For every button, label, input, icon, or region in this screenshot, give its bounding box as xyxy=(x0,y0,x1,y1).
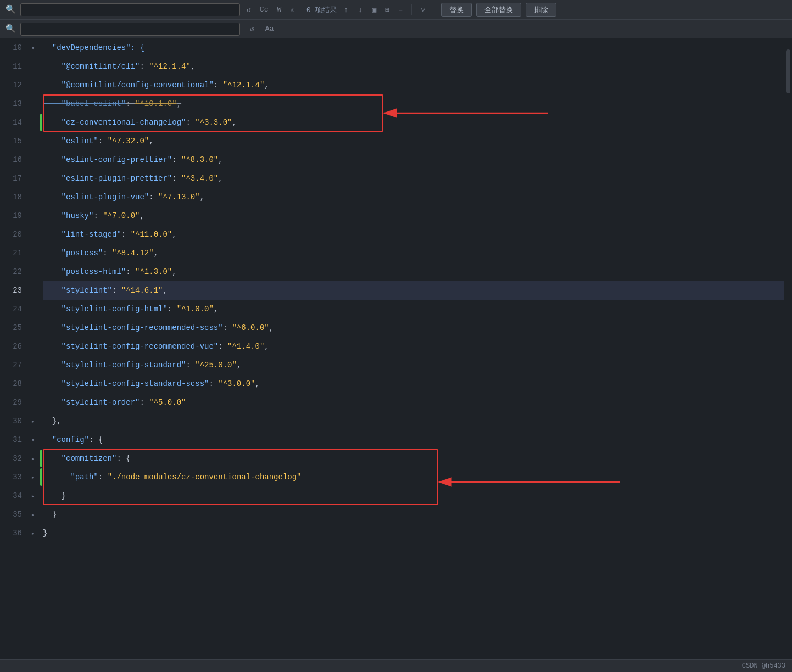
gutter-cell[interactable]: ▾ xyxy=(26,430,40,449)
gutter-cell[interactable] xyxy=(26,244,40,262)
line-number: 14 xyxy=(4,113,22,132)
replace-all-button[interactable]: 全部替换 xyxy=(476,3,521,17)
gutter-cell[interactable] xyxy=(26,225,40,244)
gutter-cell[interactable] xyxy=(26,94,40,113)
gutter-cell[interactable] xyxy=(26,300,40,318)
gutter-cell[interactable] xyxy=(26,150,40,169)
code-token: "^12.1.4" xyxy=(223,76,265,94)
gutter-cell[interactable] xyxy=(26,113,40,132)
code-token: "^7.13.0" xyxy=(158,188,200,206)
gutter-cell[interactable] xyxy=(26,393,40,412)
code-token: "^25.0.0" xyxy=(195,356,237,374)
case2-icon[interactable]: Aa xyxy=(262,24,277,34)
view-icon1[interactable]: ▣ xyxy=(370,4,379,15)
code-token: "@commitlint/config-conventional" xyxy=(43,76,214,94)
code-token: , xyxy=(218,150,222,169)
undo-icon[interactable]: ↺ xyxy=(244,4,253,15)
exclude-button[interactable]: 排除 xyxy=(526,3,556,17)
code-token: "^1.4.0" xyxy=(227,337,264,356)
code-token: "stylelint-config-standard-scss" xyxy=(43,374,209,393)
list-icon[interactable]: ≡ xyxy=(396,4,405,15)
case-sensitive-icon[interactable]: Cc xyxy=(258,4,271,15)
word-icon[interactable]: W xyxy=(275,4,283,15)
code-token: "stylelint-config-html" xyxy=(43,300,168,318)
line-number: 19 xyxy=(4,206,22,225)
code-token: : xyxy=(140,57,149,76)
gutter-cell[interactable] xyxy=(26,206,40,225)
gutter-cell[interactable] xyxy=(26,281,40,300)
gutter-cell[interactable] xyxy=(26,318,40,337)
line-number: 22 xyxy=(4,262,22,281)
line-number: 18 xyxy=(4,188,22,206)
line-number: 36 xyxy=(4,524,22,542)
gutter-cell[interactable]: ▸ xyxy=(26,524,40,542)
gutter-cell[interactable] xyxy=(26,188,40,206)
table-row: "cz-conventional-changelog": "^3.3.0", xyxy=(43,113,784,132)
code-token: "commitizen" xyxy=(43,449,116,468)
line-number: 12 xyxy=(4,76,22,94)
code-token: "^6.0.0" xyxy=(232,318,269,337)
code-token: "eslint-config-prettier" xyxy=(43,150,172,169)
nav-down-icon[interactable]: ↓ xyxy=(355,4,365,15)
gutter-cell[interactable]: ▸ xyxy=(26,449,40,468)
filter-icon[interactable]: ▽ xyxy=(419,4,427,15)
code-token: , xyxy=(191,57,195,76)
bottom-bar: CSDN @h5433 xyxy=(0,659,792,672)
code-token: "^11.0.0" xyxy=(131,225,172,244)
code-token: "^10.1.0" xyxy=(135,94,177,113)
code-token: "^3.3.0" xyxy=(195,113,232,132)
table-row: "eslint-plugin-vue": "^7.13.0", xyxy=(43,188,784,206)
gutter-cell[interactable] xyxy=(26,356,40,374)
search-input2[interactable] xyxy=(20,23,240,36)
gutter-cell[interactable] xyxy=(26,132,40,150)
scrollbar-thumb[interactable] xyxy=(786,49,790,93)
code-token: } xyxy=(43,524,47,542)
code-token: "./node_modules/cz-conventional-changelo… xyxy=(108,468,302,486)
undo2-icon[interactable]: ↺ xyxy=(247,24,258,35)
table-row: "path": "./node_modules/cz-conventional-… xyxy=(43,468,784,486)
view-icon2[interactable]: ⊞ xyxy=(383,4,392,15)
gutter-cell[interactable]: ▸ xyxy=(26,505,40,524)
code-token: "^5.0.0" xyxy=(149,393,186,412)
gutter-cell[interactable] xyxy=(26,337,40,356)
code-token: "stylelint-config-standard" xyxy=(43,356,186,374)
regex-icon[interactable]: ✳ xyxy=(288,4,297,15)
search-input-area[interactable] xyxy=(20,3,240,16)
gutter-cell[interactable] xyxy=(26,76,40,94)
table-row: } xyxy=(43,505,784,524)
gutter-cell[interactable] xyxy=(26,374,40,393)
table-row: "commitizen": { xyxy=(43,449,784,468)
gutter-cell[interactable]: ▸ xyxy=(26,486,40,505)
code-token: "eslint-plugin-vue" xyxy=(43,188,149,206)
line-number: 28 xyxy=(4,374,22,393)
gutter-cell[interactable] xyxy=(26,262,40,281)
line-number: 11 xyxy=(4,57,22,76)
gutter-cell[interactable] xyxy=(26,57,40,76)
code-token: "stylelint" xyxy=(43,281,112,300)
nav-up-icon[interactable]: ↑ xyxy=(341,4,351,15)
line-number: 16 xyxy=(4,150,22,169)
code-token: , xyxy=(264,76,269,94)
code-token: "^3.4.0" xyxy=(181,169,218,188)
line-numbers: 1011121314151617181920212223242526272829… xyxy=(0,38,26,672)
code-token: : xyxy=(223,318,232,337)
code-token: "^7.0.0" xyxy=(103,206,140,225)
code-token: : xyxy=(209,374,218,393)
table-row: "stylelint-config-standard-scss": "^3.0.… xyxy=(43,374,784,393)
gutter-cell[interactable]: ▸ xyxy=(26,412,40,430)
gutter-cell[interactable]: ▾ xyxy=(26,38,40,57)
code-token: : xyxy=(98,132,108,150)
search-icon: 🔍 xyxy=(5,4,16,15)
code-token: "stylelint-config-recommended-scss" xyxy=(43,318,223,337)
table-row: "postcss": "^8.4.12", xyxy=(43,244,784,262)
find-replace-toolbar: 🔍 ↺ Cc W ✳ 0 项结果 ↑ ↓ ▣ ⊞ ≡ ▽ 替换 全部替换 排除 xyxy=(0,0,792,20)
gutter-cell[interactable] xyxy=(26,169,40,188)
line-number: 20 xyxy=(4,225,22,244)
table-row: "stylelint-config-recommended-vue": "^1.… xyxy=(43,337,784,356)
scrollbar[interactable] xyxy=(784,38,792,672)
replace-button[interactable]: 替换 xyxy=(441,3,472,17)
code-token: : xyxy=(140,393,149,412)
gutter-cell[interactable]: ▸ xyxy=(26,468,40,486)
code-token: , xyxy=(218,169,222,188)
table-row: "eslint-config-prettier": "^8.3.0", xyxy=(43,150,784,169)
